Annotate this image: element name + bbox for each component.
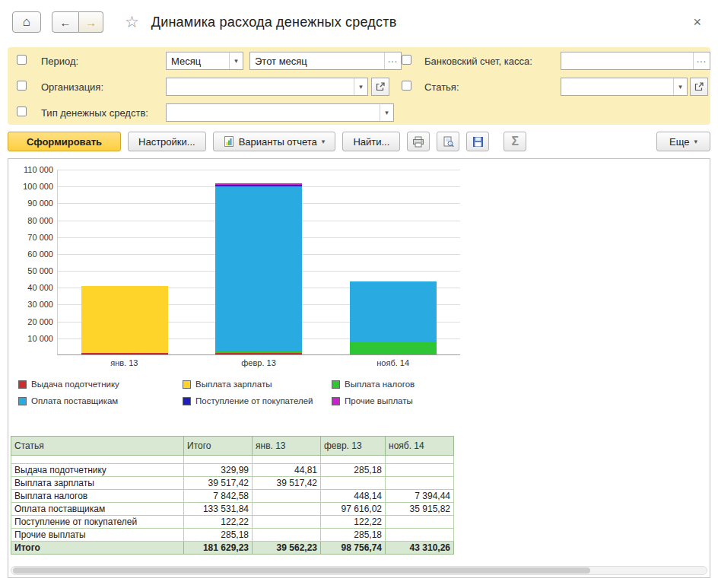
value-cell[interactable]: 44,81	[253, 464, 321, 477]
value-cell[interactable]: 122,22	[184, 516, 253, 529]
bank-account-field[interactable]: ...	[561, 52, 710, 70]
app-window: ⌂ ← → ☆ Динамика расхода денежных средст…	[0, 0, 718, 588]
chevron-down-icon[interactable]: ▾	[229, 52, 243, 69]
bar-февр. 13[interactable]	[215, 183, 302, 354]
row-label-cell[interactable]: Выдача подотчетнику	[11, 464, 184, 477]
value-cell[interactable]: 285,18	[321, 529, 386, 542]
chevron-down-icon[interactable]: ▾	[380, 104, 393, 121]
cash-type-checkbox[interactable]	[17, 106, 27, 116]
row-label-cell[interactable]: Оплата поставщикам	[11, 503, 184, 516]
value-cell[interactable]: 285,18	[321, 464, 386, 477]
period-value-field[interactable]: ...	[249, 52, 402, 70]
table-header-cell[interactable]: Итого	[184, 437, 253, 456]
value-cell[interactable]: 39 517,42	[253, 477, 321, 490]
value-cell[interactable]	[253, 529, 321, 542]
value-cell[interactable]: 329,99	[184, 464, 253, 477]
table-row[interactable]: Выплата налогов7 842,58448,147 394,44	[11, 490, 454, 503]
value-cell[interactable]	[321, 477, 386, 490]
y-axis-tick-label: 110 000	[12, 165, 53, 174]
table-row[interactable]: Прочие выплаты285,18285,18	[11, 529, 454, 542]
article-field[interactable]: ▾	[561, 78, 688, 96]
value-cell[interactable]: 448,14	[321, 490, 386, 503]
table-header-cell[interactable]: Статья	[11, 437, 184, 456]
back-button[interactable]: ←	[52, 11, 79, 33]
value-cell[interactable]	[386, 529, 454, 542]
sum-button[interactable]: Σ	[504, 132, 526, 151]
close-icon[interactable]: ×	[688, 13, 706, 32]
bar-segment[interactable]	[350, 342, 437, 354]
bar-segment[interactable]	[215, 186, 302, 351]
organization-field[interactable]: ▾	[166, 78, 368, 96]
preview-button[interactable]	[437, 132, 459, 151]
row-label-cell[interactable]: Прочие выплаты	[11, 529, 184, 542]
table-row[interactable]: Выдача подотчетнику329,9944,81285,18	[11, 464, 454, 477]
forward-button[interactable]: →	[79, 11, 103, 33]
value-cell[interactable]	[386, 477, 454, 490]
value-cell[interactable]: 133 531,84	[184, 503, 253, 516]
organization-checkbox[interactable]	[17, 81, 27, 91]
table-row[interactable]: Выплата зарплаты39 517,4239 517,42	[11, 477, 454, 490]
horizontal-scrollbar[interactable]	[11, 566, 707, 575]
value-cell[interactable]: 122,22	[321, 516, 386, 529]
value-cell[interactable]: 7 394,44	[386, 490, 454, 503]
bar-segment[interactable]	[81, 286, 168, 353]
home-button[interactable]: ⌂	[12, 11, 41, 33]
generate-button[interactable]: Сформировать	[8, 132, 121, 151]
bar-segment[interactable]	[81, 353, 168, 354]
period-choose-button[interactable]: ...	[384, 52, 401, 69]
print-button[interactable]	[407, 132, 430, 151]
scrollbar-thumb[interactable]	[13, 567, 590, 574]
favorite-star-icon[interactable]: ☆	[125, 13, 139, 31]
bar-slot	[192, 170, 326, 354]
value-cell[interactable]: 35 915,82	[386, 503, 454, 516]
value-cell[interactable]	[253, 490, 321, 503]
organization-input[interactable]	[167, 78, 354, 95]
value-cell[interactable]: 7 842,58	[184, 490, 253, 503]
forward-arrow-icon: →	[85, 16, 97, 29]
bank-account-input[interactable]	[561, 52, 693, 69]
article-checkbox[interactable]	[402, 81, 411, 91]
more-button[interactable]: Еще ▾	[656, 132, 710, 151]
chevron-down-icon[interactable]: ▾	[354, 78, 367, 95]
table-header-cell[interactable]: февр. 13	[321, 437, 386, 456]
chevron-down-icon[interactable]: ▾	[673, 78, 687, 95]
row-label-cell[interactable]: Выплата зарплаты	[11, 477, 184, 490]
report-variants-button[interactable]: Варианты отчета ▾	[213, 132, 336, 151]
save-button[interactable]	[466, 132, 489, 151]
value-cell[interactable]: 39 517,42	[184, 477, 253, 490]
cash-type-input[interactable]	[167, 104, 380, 121]
period-unit-input[interactable]	[167, 52, 229, 69]
bank-account-choose-button[interactable]: ...	[693, 52, 710, 69]
y-axis-tick-label: 90 000	[12, 199, 53, 208]
cash-type-field[interactable]: ▾	[166, 103, 394, 122]
settings-button[interactable]: Настройки...	[128, 132, 206, 151]
table-row[interactable]: Поступление от покупателей122,22122,22	[11, 516, 454, 529]
bar-нояб. 14[interactable]	[350, 281, 437, 354]
value-cell[interactable]	[253, 516, 321, 529]
value-cell[interactable]	[386, 516, 454, 529]
period-checkbox[interactable]	[17, 55, 27, 65]
legend-item: Выплата налогов	[332, 380, 475, 389]
value-cell[interactable]: 97 616,02	[321, 503, 386, 516]
row-label-cell[interactable]: Выплата налогов	[11, 490, 184, 503]
bar-segment[interactable]	[215, 353, 302, 354]
organization-label: Организация:	[41, 81, 103, 93]
row-label-cell[interactable]: Поступление от покупателей	[11, 516, 184, 529]
find-button[interactable]: Найти...	[342, 132, 400, 151]
table-header-cell[interactable]: янв. 13	[253, 437, 321, 456]
bar-янв. 13[interactable]	[81, 286, 168, 354]
table-total-row[interactable]: Итого181 629,2339 562,2398 756,7443 310,…	[11, 542, 454, 555]
settings-label: Настройки...	[138, 136, 195, 148]
value-cell[interactable]	[253, 503, 321, 516]
period-value-input[interactable]	[250, 52, 384, 69]
article-input[interactable]	[561, 78, 673, 95]
organization-open-button[interactable]	[371, 78, 389, 96]
table-header-cell[interactable]: нояб. 14	[386, 437, 454, 456]
period-unit-combobox[interactable]: ▾	[166, 52, 243, 70]
bar-segment[interactable]	[350, 281, 437, 342]
value-cell[interactable]: 285,18	[184, 529, 253, 542]
value-cell[interactable]	[386, 464, 454, 477]
article-open-button[interactable]	[690, 78, 708, 96]
bank-account-checkbox[interactable]	[402, 55, 411, 65]
table-row[interactable]: Оплата поставщикам133 531,8497 616,0235 …	[11, 503, 454, 516]
